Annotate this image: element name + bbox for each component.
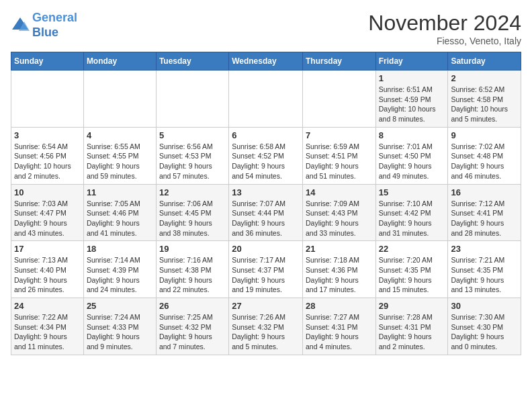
day-number: 3 [14,130,81,140]
day-info: Sunrise: 6:59 AM Sunset: 4:51 PM Dayligh… [306,142,373,181]
logo-line1: General [32,11,77,24]
day-info: Sunrise: 6:54 AM Sunset: 4:56 PM Dayligh… [14,142,81,181]
calendar-cell: 8Sunrise: 7:01 AM Sunset: 4:50 PM Daylig… [375,127,448,184]
calendar-cell: 16Sunrise: 7:12 AM Sunset: 4:41 PM Dayli… [448,184,521,241]
calendar-cell: 18Sunrise: 7:14 AM Sunset: 4:39 PM Dayli… [83,241,156,298]
calendar-cell: 13Sunrise: 7:07 AM Sunset: 4:44 PM Dayli… [229,184,303,241]
calendar-week-5: 24Sunrise: 7:22 AM Sunset: 4:34 PM Dayli… [11,298,521,355]
day-info: Sunrise: 7:30 AM Sunset: 4:30 PM Dayligh… [451,312,518,352]
day-number: 7 [306,130,373,140]
calendar-cell: 11Sunrise: 7:05 AM Sunset: 4:46 PM Dayli… [83,184,156,241]
title-block: November 2024 Fiesso, Veneto, Italy [368,11,521,46]
day-info: Sunrise: 6:52 AM Sunset: 4:58 PM Dayligh… [451,85,518,124]
day-number: 23 [451,244,518,254]
calendar-header: SundayMondayTuesdayWednesdayThursdayFrid… [11,52,521,71]
day-number: 8 [379,130,445,140]
calendar-cell: 6Sunrise: 6:58 AM Sunset: 4:52 PM Daylig… [229,127,303,184]
weekday-header-sunday: Sunday [11,52,84,71]
day-info: Sunrise: 7:14 AM Sunset: 4:39 PM Dayligh… [87,255,153,295]
calendar-cell: 14Sunrise: 7:09 AM Sunset: 4:43 PM Dayli… [302,184,375,241]
day-number: 26 [159,301,226,311]
day-info: Sunrise: 7:09 AM Sunset: 4:43 PM Dayligh… [306,199,373,238]
day-number: 21 [306,244,373,254]
calendar-cell: 5Sunrise: 6:56 AM Sunset: 4:53 PM Daylig… [156,127,228,184]
day-info: Sunrise: 7:01 AM Sunset: 4:50 PM Dayligh… [379,142,445,181]
day-info: Sunrise: 7:18 AM Sunset: 4:36 PM Dayligh… [306,255,373,295]
location: Fiesso, Veneto, Italy [368,36,521,46]
calendar-cell: 7Sunrise: 6:59 AM Sunset: 4:51 PM Daylig… [302,127,375,184]
day-info: Sunrise: 7:03 AM Sunset: 4:47 PM Dayligh… [14,199,81,238]
calendar-cell: 27Sunrise: 7:26 AM Sunset: 4:32 PM Dayli… [229,298,303,355]
day-info: Sunrise: 7:12 AM Sunset: 4:41 PM Dayligh… [451,199,518,238]
day-number: 15 [379,187,445,197]
calendar-cell: 2Sunrise: 6:52 AM Sunset: 4:58 PM Daylig… [448,71,521,128]
day-info: Sunrise: 7:13 AM Sunset: 4:40 PM Dayligh… [14,255,81,295]
page-header: General Blue November 2024 Fiesso, Venet… [11,11,521,46]
day-number: 5 [159,130,226,140]
calendar-cell: 21Sunrise: 7:18 AM Sunset: 4:36 PM Dayli… [302,241,375,298]
day-info: Sunrise: 7:17 AM Sunset: 4:37 PM Dayligh… [232,255,300,295]
calendar-body: 1Sunrise: 6:51 AM Sunset: 4:59 PM Daylig… [11,71,521,355]
day-info: Sunrise: 7:21 AM Sunset: 4:35 PM Dayligh… [451,255,518,295]
day-info: Sunrise: 6:56 AM Sunset: 4:53 PM Dayligh… [159,142,226,181]
day-number: 28 [306,301,373,311]
day-number: 6 [232,130,300,140]
calendar-cell: 25Sunrise: 7:24 AM Sunset: 4:33 PM Dayli… [83,298,156,355]
calendar-cell: 17Sunrise: 7:13 AM Sunset: 4:40 PM Dayli… [11,241,84,298]
day-number: 24 [14,301,81,311]
calendar-week-4: 17Sunrise: 7:13 AM Sunset: 4:40 PM Dayli… [11,241,521,298]
day-info: Sunrise: 7:28 AM Sunset: 4:31 PM Dayligh… [379,312,445,352]
weekday-header-monday: Monday [83,52,156,71]
day-number: 27 [232,301,300,311]
weekday-header-saturday: Saturday [448,52,521,71]
calendar-cell: 24Sunrise: 7:22 AM Sunset: 4:34 PM Dayli… [11,298,84,355]
day-info: Sunrise: 6:51 AM Sunset: 4:59 PM Dayligh… [379,85,445,124]
calendar-week-1: 1Sunrise: 6:51 AM Sunset: 4:59 PM Daylig… [11,71,521,128]
day-number: 25 [87,301,153,311]
day-info: Sunrise: 6:55 AM Sunset: 4:55 PM Dayligh… [87,142,153,181]
day-info: Sunrise: 7:27 AM Sunset: 4:31 PM Dayligh… [306,312,373,352]
calendar-cell: 28Sunrise: 7:27 AM Sunset: 4:31 PM Dayli… [302,298,375,355]
day-info: Sunrise: 7:05 AM Sunset: 4:46 PM Dayligh… [87,199,153,238]
day-info: Sunrise: 7:10 AM Sunset: 4:42 PM Dayligh… [379,199,445,238]
calendar-cell: 20Sunrise: 7:17 AM Sunset: 4:37 PM Dayli… [229,241,303,298]
calendar-cell: 4Sunrise: 6:55 AM Sunset: 4:55 PM Daylig… [83,127,156,184]
day-info: Sunrise: 7:16 AM Sunset: 4:38 PM Dayligh… [159,255,226,295]
day-info: Sunrise: 7:24 AM Sunset: 4:33 PM Dayligh… [87,312,153,352]
calendar-cell [156,71,228,128]
logo: General Blue [11,11,77,40]
day-number: 29 [379,301,445,311]
day-number: 17 [14,244,81,254]
calendar-week-3: 10Sunrise: 7:03 AM Sunset: 4:47 PM Dayli… [11,184,521,241]
day-number: 1 [379,73,445,83]
calendar-week-2: 3Sunrise: 6:54 AM Sunset: 4:56 PM Daylig… [11,127,521,184]
day-number: 18 [87,244,153,254]
day-number: 19 [159,244,226,254]
day-number: 4 [87,130,153,140]
day-number: 20 [232,244,300,254]
logo-line2: Blue [32,26,58,39]
day-number: 14 [306,187,373,197]
logo-icon [11,16,30,35]
calendar-cell [11,71,84,128]
calendar-cell: 10Sunrise: 7:03 AM Sunset: 4:47 PM Dayli… [11,184,84,241]
calendar-cell: 3Sunrise: 6:54 AM Sunset: 4:56 PM Daylig… [11,127,84,184]
calendar-cell [229,71,303,128]
calendar-cell: 12Sunrise: 7:06 AM Sunset: 4:45 PM Dayli… [156,184,228,241]
weekday-header-thursday: Thursday [302,52,375,71]
weekday-header-wednesday: Wednesday [229,52,303,71]
calendar-cell [302,71,375,128]
calendar-cell: 9Sunrise: 7:02 AM Sunset: 4:48 PM Daylig… [448,127,521,184]
day-number: 30 [451,301,518,311]
day-info: Sunrise: 7:25 AM Sunset: 4:32 PM Dayligh… [159,312,226,352]
day-number: 2 [451,73,518,83]
day-number: 16 [451,187,518,197]
calendar-table: SundayMondayTuesdayWednesdayThursdayFrid… [11,52,521,355]
day-number: 10 [14,187,81,197]
calendar-cell [83,71,156,128]
day-info: Sunrise: 7:07 AM Sunset: 4:44 PM Dayligh… [232,199,300,238]
logo-text: General Blue [32,11,77,40]
calendar-cell: 1Sunrise: 6:51 AM Sunset: 4:59 PM Daylig… [375,71,448,128]
day-info: Sunrise: 7:06 AM Sunset: 4:45 PM Dayligh… [159,199,226,238]
weekday-header-friday: Friday [375,52,448,71]
